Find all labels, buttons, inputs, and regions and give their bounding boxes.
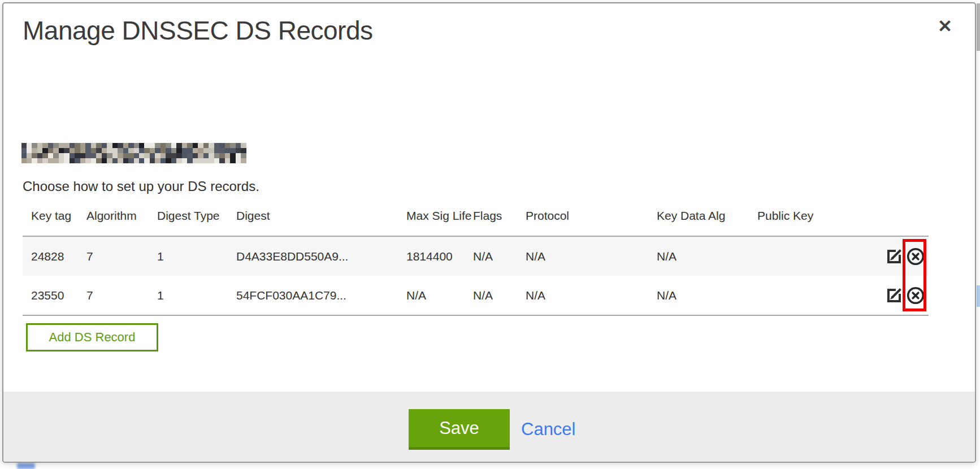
cell-protocol: N/A [526, 276, 657, 315]
cell-key-tag: 24828 [23, 236, 86, 276]
screenshot-stage: Manage DNSSEC DS Records ✕ Choose how to… [0, 0, 980, 469]
cell-flags: N/A [473, 276, 526, 315]
cell-digest: D4A33E8DD550A9... [236, 236, 406, 276]
cell-digest-type: 1 [157, 236, 236, 276]
table-header-row: Key tag Algorithm Digest Type Digest Max… [23, 209, 929, 236]
intro-text: Choose how to set up your DS records. [23, 179, 259, 194]
cell-public-key [757, 236, 882, 276]
col-header-protocol: Protocol [526, 209, 657, 236]
cell-max-sig-life: 1814400 [406, 236, 473, 276]
cell-flags: N/A [473, 236, 526, 276]
ds-record-row: 24828 7 1 D4A33E8DD550A9... 1814400 N/A … [23, 236, 929, 276]
col-header-max-sig-life: Max Sig Life [406, 209, 473, 236]
edit-icon[interactable] [884, 246, 904, 267]
col-header-key-tag: Key tag [23, 209, 86, 236]
cancel-link[interactable]: Cancel [521, 409, 576, 450]
cell-key-data-alg: N/A [657, 236, 757, 276]
cell-protocol: N/A [526, 236, 657, 276]
cell-algorithm: 7 [86, 276, 157, 315]
col-header-algorithm: Algorithm [86, 209, 157, 236]
redacted-domain-name [21, 143, 246, 163]
save-button[interactable]: Save [409, 409, 510, 450]
cell-public-key [757, 276, 882, 315]
delete-icon[interactable] [905, 285, 926, 306]
col-header-digest-type: Digest Type [157, 209, 236, 236]
ds-record-row: 23550 7 1 54FCF030AA1C79... N/A N/A N/A … [23, 276, 929, 315]
dialog-title: Manage DNSSEC DS Records [23, 16, 372, 46]
col-header-digest: Digest [236, 209, 406, 236]
cell-max-sig-life: N/A [406, 276, 473, 315]
dialog-footer: Save Cancel [3, 392, 975, 462]
close-icon: ✕ [938, 18, 952, 35]
col-header-key-data-alg: Key Data Alg [657, 209, 757, 236]
col-header-public-key: Public Key [757, 209, 882, 236]
ds-records-table: Key tag Algorithm Digest Type Digest Max… [23, 209, 929, 316]
cell-key-data-alg: N/A [657, 276, 757, 315]
edit-icon[interactable] [884, 285, 904, 306]
cell-key-tag: 23550 [23, 276, 86, 315]
background-blue-strip [977, 285, 980, 307]
add-ds-record-button[interactable]: Add DS Record [26, 323, 158, 351]
row-actions [882, 246, 929, 267]
background-scrollbar-strip [977, 3, 980, 51]
cell-digest: 54FCF030AA1C79... [236, 276, 406, 315]
cell-algorithm: 7 [86, 236, 157, 276]
col-header-actions [882, 209, 929, 236]
delete-icon[interactable] [905, 246, 926, 267]
close-button[interactable]: ✕ [931, 12, 959, 40]
row-actions [882, 285, 929, 306]
cell-digest-type: 1 [157, 276, 236, 315]
col-header-flags: Flags [473, 209, 526, 236]
manage-dnssec-dialog: Manage DNSSEC DS Records ✕ Choose how to… [2, 2, 976, 463]
background-page-fragment [17, 463, 35, 469]
